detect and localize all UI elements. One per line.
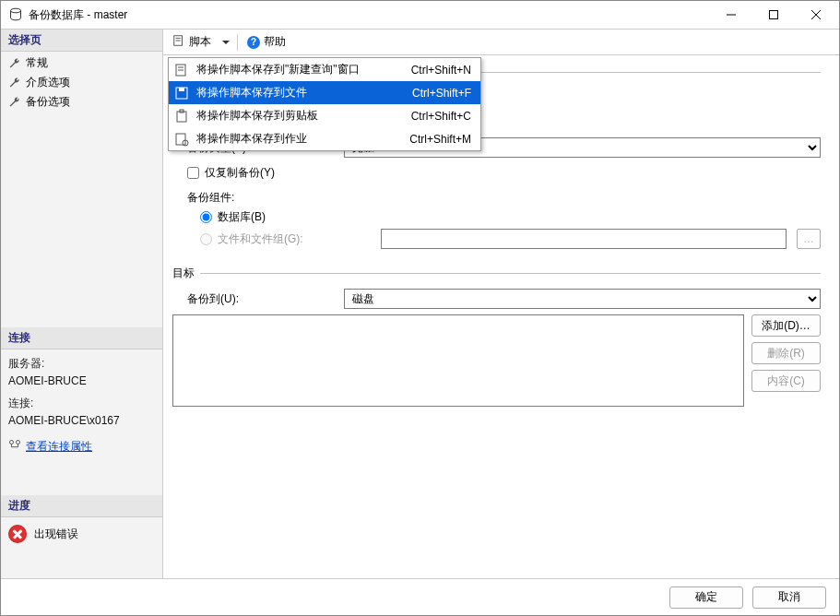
backup-to-label: 备份到(U): — [187, 291, 344, 307]
script-icon — [172, 34, 185, 50]
progress-header: 进度 — [1, 495, 162, 517]
database-icon — [8, 7, 23, 22]
menu-label: 将操作脚本保存到文件 — [196, 85, 405, 101]
svg-rect-17 — [176, 134, 185, 145]
backup-to-select[interactable]: 磁盘 — [344, 289, 821, 309]
destination-buttons: 添加(D)… 删除(R) 内容(C) — [751, 314, 821, 392]
menu-item-job[interactable]: 将操作脚本保存到作业 Ctrl+Shift+M — [169, 127, 480, 150]
contents-button: 内容(C) — [751, 370, 821, 392]
files-group-input — [381, 229, 787, 249]
view-connection-properties-link[interactable]: 查看连接属性 — [26, 439, 92, 455]
menu-label: 将操作脚本保存到剪贴板 — [196, 108, 404, 124]
script-dropdown-menu: 将操作脚本保存到"新建查询"窗口 Ctrl+Shift+N 将操作脚本保存到文件… — [168, 57, 481, 151]
window-title: 备份数据库 - master — [29, 7, 710, 23]
toolbar: 脚本 ? 帮助 — [163, 30, 839, 55]
server-value: AOMEI-BRUCE — [8, 373, 155, 390]
menu-label: 将操作脚本保存到作业 — [196, 131, 402, 147]
connection-info: 服务器: AOMEI-BRUCE 连接: AOMEI-BRUCE\x0167 — [1, 349, 162, 435]
destination-listbox[interactable] — [172, 314, 744, 407]
clipboard-icon — [174, 109, 189, 124]
sidebar-item-label: 备份选项 — [26, 94, 70, 110]
wrench-icon — [8, 77, 21, 89]
copy-only-row: 仅复制备份(Y) — [187, 165, 821, 181]
sidebar-item-label: 介质选项 — [26, 75, 70, 90]
svg-rect-2 — [770, 11, 778, 19]
svg-rect-15 — [177, 112, 186, 122]
connection-header: 连接 — [1, 327, 162, 349]
backup-database-dialog: 备份数据库 - master 选择页 常规 介质选项 — [0, 0, 840, 616]
radio-files — [200, 233, 212, 245]
sidebar: 选择页 常规 介质选项 备份选项 连接 服务器: AOMEI- — [1, 30, 163, 578]
menu-shortcut: Ctrl+Shift+M — [409, 133, 471, 146]
page-list: 常规 介质选项 备份选项 — [1, 52, 162, 117]
wrench-icon — [8, 57, 21, 70]
toolbar-separator — [237, 34, 238, 51]
destination-area: 添加(D)… 删除(R) 内容(C) — [172, 314, 821, 407]
server-label: 服务器: — [8, 355, 155, 373]
menu-item-clipboard[interactable]: 将操作脚本保存到剪贴板 Ctrl+Shift+C — [169, 104, 480, 127]
script-dropdown-toggle[interactable] — [219, 32, 233, 53]
dialog-footer: 确定 取消 — [1, 578, 839, 615]
menu-shortcut: Ctrl+Shift+N — [411, 64, 471, 77]
minimize-button[interactable] — [710, 1, 752, 29]
save-file-icon — [174, 86, 189, 101]
view-connection-properties-row: 查看连接属性 — [1, 435, 162, 458]
copy-only-checkbox[interactable] — [187, 167, 199, 179]
svg-point-5 — [9, 440, 13, 444]
new-query-icon — [174, 63, 189, 77]
help-button[interactable]: ? 帮助 — [242, 31, 291, 53]
radio-files-row: 文件和文件组(G): … — [200, 229, 821, 249]
component-header: 备份组件: — [187, 190, 821, 206]
menu-shortcut: Ctrl+Shift+F — [412, 87, 471, 100]
dest-group-header: 目标 — [172, 266, 821, 281]
menu-shortcut: Ctrl+Shift+C — [411, 110, 471, 123]
sidebar-item-media-options[interactable]: 介质选项 — [1, 73, 162, 92]
radio-database[interactable] — [200, 211, 212, 223]
pages-header: 选择页 — [1, 30, 162, 52]
add-destination-button[interactable]: 添加(D)… — [751, 314, 821, 337]
sidebar-item-general[interactable]: 常规 — [1, 53, 162, 73]
window-controls — [710, 1, 837, 29]
svg-point-6 — [16, 440, 19, 444]
ok-button[interactable]: 确定 — [669, 586, 743, 609]
maximize-button[interactable] — [752, 1, 795, 29]
radio-files-label: 文件和文件组(G): — [218, 231, 303, 247]
progress-text: 出现错误 — [34, 527, 78, 542]
sidebar-item-label: 常规 — [26, 55, 48, 71]
dest-group-label: 目标 — [172, 266, 195, 281]
radio-database-row: 数据库(B) — [200, 209, 821, 225]
job-icon — [174, 132, 189, 147]
files-browse-button: … — [797, 229, 821, 249]
radio-database-label: 数据库(B) — [218, 209, 266, 225]
copy-only-label: 仅复制备份(Y) — [205, 165, 275, 181]
error-icon — [8, 525, 27, 543]
menu-label: 将操作脚本保存到"新建查询"窗口 — [196, 62, 404, 77]
help-label: 帮助 — [264, 34, 286, 50]
close-button[interactable] — [795, 1, 837, 29]
svg-rect-14 — [179, 88, 184, 91]
cancel-button[interactable]: 取消 — [752, 586, 826, 609]
wrench-icon — [8, 96, 21, 109]
titlebar: 备份数据库 - master — [1, 1, 839, 29]
conn-value: AOMEI-BRUCE\x0167 — [8, 412, 155, 430]
progress-body: 出现错误 — [1, 517, 162, 551]
help-icon: ? — [247, 36, 260, 49]
svg-point-0 — [11, 8, 21, 13]
script-label: 脚本 — [189, 34, 211, 50]
connection-icon — [8, 439, 21, 455]
conn-label: 连接: — [8, 395, 155, 412]
sidebar-item-backup-options[interactable]: 备份选项 — [1, 92, 162, 112]
script-button[interactable]: 脚本 — [167, 31, 217, 53]
backup-to-row: 备份到(U): 磁盘 — [187, 289, 821, 309]
menu-item-new-query[interactable]: 将操作脚本保存到"新建查询"窗口 Ctrl+Shift+N — [169, 58, 480, 81]
remove-destination-button: 删除(R) — [751, 342, 821, 364]
menu-item-save-file[interactable]: 将操作脚本保存到文件 Ctrl+Shift+F — [169, 81, 480, 104]
